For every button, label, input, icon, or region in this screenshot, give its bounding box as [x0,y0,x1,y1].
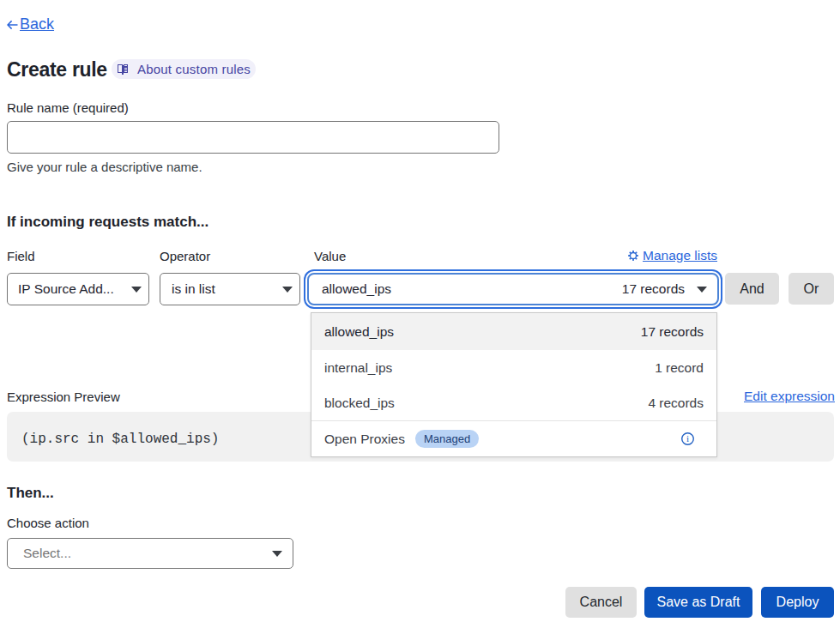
svg-text:i: i [686,433,689,444]
